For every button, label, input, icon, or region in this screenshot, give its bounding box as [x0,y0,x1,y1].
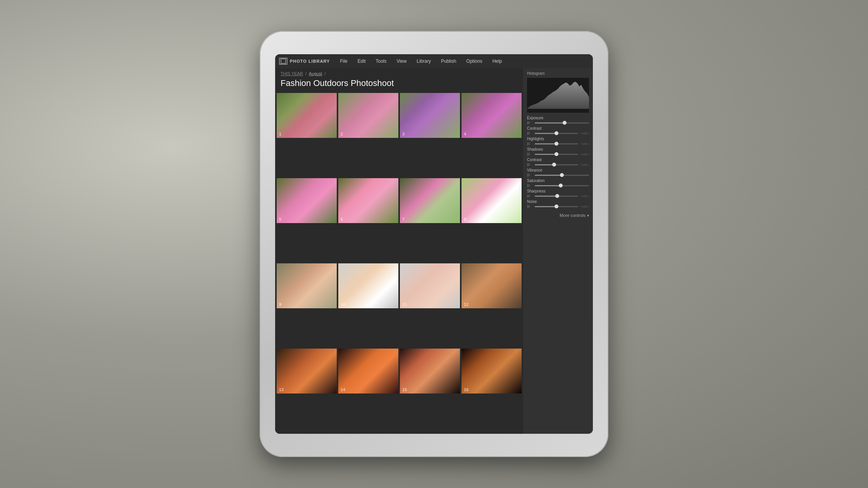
photo-number-11: 11 [402,302,407,307]
menu-help[interactable]: Help [489,57,506,65]
slider-row-8: |0+100 | [527,204,589,208]
slider-track-1[interactable] [535,133,578,134]
photo-cell-13[interactable]: 13 [277,349,337,393]
slider-track-3[interactable] [535,154,578,155]
slider-row-3: |0+100 | [527,152,589,156]
photo-number-15: 15 [402,387,407,392]
slider-fill-5 [535,175,562,176]
slider-thumb-8[interactable] [555,204,558,208]
photo-cell-8[interactable]: 8 [462,178,522,223]
slider-fill-3 [535,154,556,155]
slider-fill-2 [535,143,556,144]
adjust-group-vibrance-5: Vibrance|0 [527,168,589,177]
slider-fill-0 [535,122,565,124]
breadcrumb: THIS YEAR / August / [275,68,523,77]
breadcrumb-year[interactable]: THIS YEAR [281,71,303,76]
photo-number-2: 2 [341,132,343,136]
slider-thumb-4[interactable] [552,163,556,167]
slider-track-4[interactable] [535,164,578,165]
adjust-group-noise-8: Noise|0+100 | [527,199,589,208]
photo-cell-16[interactable]: 16 [462,349,522,393]
main-area: THIS YEAR / August / Fashion Outdoors Ph… [275,68,593,434]
slider-thumb-3[interactable] [555,152,558,156]
chevron-down-icon: ▾ [587,213,589,218]
slider-max-2: +100 | [580,142,589,146]
slider-fill-8 [535,206,556,207]
photo-number-5: 5 [279,217,281,222]
page-title: Fashion Outdoors Photoshoot [275,77,523,91]
adjust-group-contrast-4: Contrast|0| 100 | [527,158,589,167]
photo-cell-14[interactable]: 14 [338,349,398,393]
photo-cell-11[interactable]: 11 [400,263,460,308]
slider-max-7: +100 | [580,194,589,198]
adjust-group-saturation-6: Saturation|0 [527,179,589,187]
photo-cell-2[interactable]: 2 [338,93,398,138]
menu-view[interactable]: View [393,57,411,65]
adjust-group-contrast-1: Contrast|0+100 | [527,126,589,135]
photo-cell-6[interactable]: 6 [338,178,398,223]
menu-publish[interactable]: Publish [437,57,460,65]
photo-number-16: 16 [464,387,468,392]
slider-thumb-0[interactable] [563,121,567,125]
adjust-group-highlights-2: Highlights|0+100 | [527,137,589,146]
slider-track-2[interactable] [535,143,578,144]
photo-cell-7[interactable]: 7 [400,178,460,223]
slider-max-4: | 100 | [580,163,589,167]
slider-thumb-2[interactable] [555,142,558,146]
slider-thumb-5[interactable] [560,173,564,177]
histogram-label: Histogram [527,70,589,76]
slider-thumb-7[interactable] [555,194,559,198]
slider-row-4: |0| 100 | [527,163,589,167]
photo-cell-12[interactable]: 12 [462,263,522,308]
photo-cell-10[interactable]: 10 [338,263,398,308]
slider-row-1: |0+100 | [527,131,589,135]
adjust-label-7: Sharpness [527,189,589,193]
adjust-group-exposure-0: Exposure|0 [527,116,589,125]
photo-cell-1[interactable]: 1 [277,93,337,138]
slider-max-3: +100 | [580,153,589,156]
tablet-device: PHOTO LIBRARY File Edit Tools View Libra… [260,31,608,457]
slider-value-4: |0 [527,163,533,167]
photo-number-3: 3 [402,132,405,136]
photo-panel: THIS YEAR / August / Fashion Outdoors Ph… [275,68,523,434]
adjust-label-8: Noise [527,199,589,204]
slider-fill-7 [535,196,557,197]
breadcrumb-sep-2: / [324,71,326,76]
slider-value-2: |0 [527,142,533,146]
photo-number-9: 9 [279,302,281,307]
menu-library[interactable]: Library [413,57,435,65]
tablet-screen: PHOTO LIBRARY File Edit Tools View Libra… [275,54,593,434]
histogram-svg [527,78,589,109]
histogram-chart [527,78,589,113]
photo-cell-15[interactable]: 15 [400,349,460,393]
menu-tools[interactable]: Tools [372,57,390,65]
photo-number-6: 6 [341,217,343,222]
breadcrumb-month[interactable]: August [309,71,322,76]
film-strip-icon [279,58,288,65]
slider-value-7: |0 [527,194,533,198]
more-controls-button[interactable]: More controls ▾ [527,213,589,218]
app-logo: PHOTO LIBRARY [279,58,330,65]
slider-value-0: |0 [527,121,533,125]
photo-cell-9[interactable]: 9 [277,263,337,308]
adjust-label-1: Contrast [527,126,589,131]
slider-track-0[interactable] [535,122,589,124]
menu-edit[interactable]: Edit [354,57,370,65]
slider-thumb-1[interactable] [555,131,558,135]
breadcrumb-sep-1: / [305,71,307,76]
menu-file[interactable]: File [336,57,351,65]
photo-cell-5[interactable]: 5 [277,178,337,223]
photo-number-12: 12 [464,302,468,307]
slider-track-6[interactable] [535,185,589,186]
slider-max-1: +100 | [580,132,589,135]
menu-options[interactable]: Options [462,57,486,65]
slider-track-5[interactable] [535,175,589,176]
photo-cell-3[interactable]: 3 [400,93,460,138]
slider-track-7[interactable] [535,196,578,197]
slider-thumb-6[interactable] [559,184,563,187]
slider-row-0: |0 [527,121,589,125]
photo-cell-4[interactable]: 4 [462,93,522,138]
slider-track-8[interactable] [535,206,578,207]
more-controls-label: More controls [560,213,586,218]
adjust-label-6: Saturation [527,179,589,183]
